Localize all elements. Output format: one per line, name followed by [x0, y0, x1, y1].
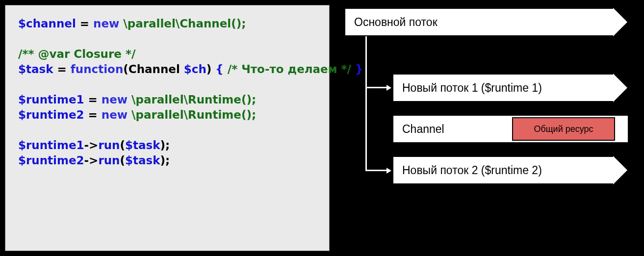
code-token: \parallel\Channel	[119, 17, 231, 30]
code-comment: /** @var Closure */	[18, 48, 135, 60]
code-token: ->	[84, 154, 99, 167]
connector-to-thread1	[365, 87, 387, 88]
code-token: $ch	[184, 63, 206, 76]
code-token: $runtime2	[18, 154, 84, 167]
thread-1-box: Новый поток 1 ($runtime 1)	[392, 74, 614, 102]
shared-resource-badge: Общий ресурс	[512, 117, 615, 141]
code-token: $task	[125, 139, 160, 152]
code-token: $runtime1	[18, 139, 84, 152]
code-token: (	[120, 139, 125, 152]
code-token: $channel	[18, 17, 76, 30]
thread-2-label: Новый поток 2 ($runtime 2)	[402, 164, 542, 177]
code-token: )	[206, 63, 212, 76]
code-token: new	[102, 108, 128, 121]
main-thread-box: Основной поток	[344, 8, 614, 36]
code-token: run	[98, 154, 120, 167]
code-token: $task	[18, 63, 53, 76]
code-token: new	[102, 93, 128, 106]
code-token: =	[84, 108, 102, 121]
arrowhead-icon	[386, 168, 391, 174]
code-token: ();	[231, 17, 246, 30]
thread-2-box: Новый поток 2 ($runtime 2)	[392, 156, 614, 184]
connector-vertical	[365, 36, 367, 171]
channel-label: Channel	[402, 123, 444, 136]
code-token: $runtime2	[18, 108, 84, 121]
thread-1-label: Новый поток 1 ($runtime 1)	[402, 81, 542, 95]
code-block: $channel = new \parallel\Channel(); /** …	[5, 5, 330, 251]
main-thread-label: Основной поток	[354, 16, 438, 29]
code-token: =	[84, 93, 102, 106]
code-token: \parallel\Runtime	[128, 93, 241, 106]
code-token: =	[53, 63, 71, 76]
arrowhead-icon	[386, 85, 391, 91]
code-token: =	[76, 17, 93, 30]
thread-diagram: Основной поток Новый поток 1 ($runtime 1…	[335, 0, 644, 256]
code-token: );	[160, 139, 170, 152]
code-token: {	[211, 63, 223, 76]
code-token: $task	[125, 154, 160, 167]
shared-resource-label: Общий ресурс	[534, 124, 593, 134]
connector-to-thread2	[365, 170, 387, 171]
code-token: new	[93, 17, 119, 30]
code-token: (Channel	[123, 63, 184, 76]
code-token: \parallel\Runtime	[128, 108, 241, 121]
code-token: (	[120, 154, 125, 167]
code-token: ();	[241, 108, 256, 121]
code-token: function	[71, 63, 123, 76]
code-token: $runtime1	[18, 93, 84, 106]
code-token: );	[160, 154, 170, 167]
code-token: ->	[84, 139, 99, 152]
code-token: run	[98, 139, 120, 152]
code-token: ();	[241, 93, 256, 106]
